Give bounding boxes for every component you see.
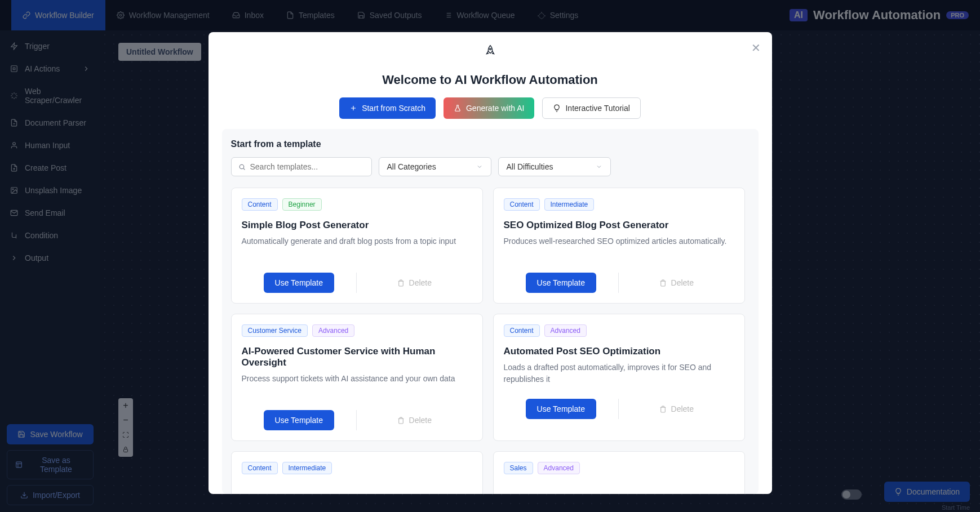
modal-action-buttons: Start from Scratch Generate with AI Inte… [209, 97, 772, 119]
search-templates-box[interactable] [231, 157, 372, 176]
template-tag: Advanced [538, 462, 580, 474]
template-card: ContentAdvanced Automated Post SEO Optim… [493, 314, 745, 441]
modal-title: Welcome to AI Workflow Automation [209, 73, 772, 87]
template-description: Process support tickets with AI assistan… [242, 373, 472, 397]
template-tag: Sales [504, 462, 533, 474]
difficulty-select-label: All Difficulties [507, 162, 553, 171]
template-description: Loads a drafted post automatically, impr… [504, 362, 734, 385]
delete-label: Delete [671, 278, 694, 287]
template-title: SEO Optimized Blog Post Generator [504, 220, 734, 231]
tutorial-label: Interactive Tutorial [565, 104, 629, 113]
difficulty-select[interactable]: All Difficulties [498, 157, 611, 176]
template-card: SalesAdvanced Use Template Delete [493, 451, 745, 494]
svg-point-17 [240, 164, 244, 169]
generate-ai-button[interactable]: Generate with AI [444, 97, 535, 119]
template-title: AI-Powered Customer Service with Human O… [242, 346, 472, 368]
rocket-icon [209, 43, 772, 58]
search-icon [238, 163, 246, 171]
bulb-icon [553, 104, 561, 112]
template-title: Simple Blog Post Generator [242, 220, 472, 231]
template-tag: Customer Service [242, 324, 308, 337]
template-tags: Customer ServiceAdvanced [242, 324, 472, 337]
delete-template-button[interactable]: Delete [357, 273, 472, 293]
template-tag: Advanced [312, 324, 354, 337]
template-grid-scroll[interactable]: ContentBeginner Simple Blog Post Generat… [231, 188, 750, 494]
template-tags: SalesAdvanced [504, 462, 734, 474]
template-description [242, 488, 472, 494]
template-tag: Content [504, 198, 540, 211]
use-template-button[interactable]: Use Template [264, 273, 334, 293]
template-tags: ContentIntermediate [504, 198, 734, 211]
template-tag: Advanced [544, 324, 587, 337]
template-tag: Beginner [282, 198, 322, 211]
trash-icon [397, 417, 405, 424]
flask-icon [454, 104, 462, 112]
template-card: Customer ServiceAdvanced AI-Powered Cust… [231, 314, 483, 441]
template-tag: Content [504, 324, 540, 337]
start-scratch-label: Start from Scratch [362, 104, 425, 113]
template-actions: Use Template Delete [504, 399, 734, 419]
delete-template-button[interactable]: Delete [619, 273, 734, 293]
template-section-title: Start from a template [231, 139, 750, 149]
tutorial-button[interactable]: Interactive Tutorial [542, 97, 640, 119]
template-card: ContentIntermediate SEO Optimized Blog P… [493, 188, 745, 304]
search-templates-input[interactable] [250, 162, 365, 171]
template-title: Automated Post SEO Optimization [504, 346, 734, 357]
use-template-button[interactable]: Use Template [264, 410, 334, 430]
template-card: ContentBeginner Simple Blog Post Generat… [231, 188, 483, 304]
template-tags: ContentAdvanced [504, 324, 734, 337]
close-icon[interactable]: ✕ [751, 41, 761, 55]
use-template-button[interactable]: Use Template [526, 273, 596, 293]
template-tag: Content [242, 198, 278, 211]
svg-point-16 [489, 48, 491, 50]
start-scratch-button[interactable]: Start from Scratch [339, 97, 436, 119]
trash-icon [659, 279, 667, 287]
template-filters: All Categories All Difficulties [231, 157, 750, 176]
plus-icon [349, 104, 357, 112]
category-select-label: All Categories [387, 162, 436, 171]
template-grid: ContentBeginner Simple Blog Post Generat… [231, 188, 745, 494]
delete-template-button[interactable]: Delete [619, 399, 734, 419]
welcome-modal: ✕ Welcome to AI Workflow Automation Star… [209, 32, 772, 494]
template-actions: Use Template Delete [242, 410, 472, 430]
delete-template-button[interactable]: Delete [357, 410, 472, 430]
generate-ai-label: Generate with AI [466, 104, 525, 113]
template-tag: Intermediate [282, 462, 332, 474]
chevron-down-icon [476, 163, 483, 170]
template-description: Produces well-researched SEO optimized a… [504, 235, 734, 259]
template-actions: Use Template Delete [242, 273, 472, 293]
category-select[interactable]: All Categories [379, 157, 491, 176]
template-card: ContentIntermediate Use Template Delete [231, 451, 483, 494]
template-tags: ContentBeginner [242, 198, 472, 211]
template-section: Start from a template All Categories All… [222, 129, 759, 494]
template-description [504, 488, 734, 494]
template-description: Automatically generate and draft blog po… [242, 235, 472, 259]
delete-label: Delete [409, 278, 432, 287]
template-tags: ContentIntermediate [242, 462, 472, 474]
chevron-down-icon [596, 163, 602, 170]
trash-icon [397, 279, 405, 287]
template-tag: Content [242, 462, 278, 474]
delete-label: Delete [671, 404, 694, 413]
use-template-button[interactable]: Use Template [526, 399, 596, 419]
template-tag: Intermediate [544, 198, 595, 211]
trash-icon [659, 406, 667, 413]
delete-label: Delete [409, 416, 432, 425]
template-actions: Use Template Delete [504, 273, 734, 293]
